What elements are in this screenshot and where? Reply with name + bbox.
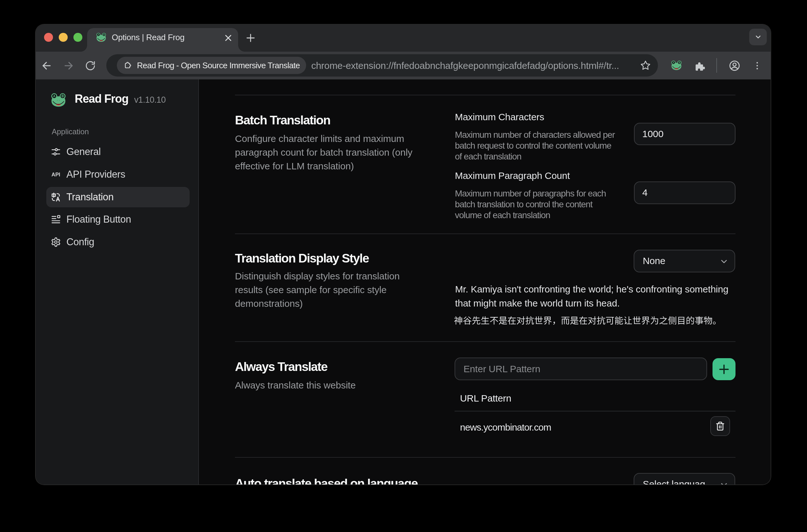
sidebar-item-label: Floating Button <box>67 209 131 230</box>
section-divider <box>235 95 735 95</box>
floating-button-image <box>51 214 61 225</box>
toolbar: Read Frog - Open Source Immersive Transl… <box>36 52 771 79</box>
zoom-window-button[interactable] <box>73 33 82 42</box>
section-divider <box>235 341 735 342</box>
plus-icon <box>246 34 255 42</box>
section-divider <box>235 457 735 458</box>
sidebar-item-api-providers[interactable]: API API Providers <box>46 164 190 185</box>
url-text: chrome-extension://fnfedoabnchafgkeeponm… <box>311 54 619 77</box>
max-characters-description: Maximum number of characters allowed per… <box>455 130 616 162</box>
reload-icon <box>85 60 96 71</box>
forward-button[interactable] <box>58 52 79 79</box>
tab-close-icon[interactable] <box>222 32 234 44</box>
chevron-down-icon <box>719 257 729 266</box>
sidebar-item-translation[interactable]: Translation <box>46 187 190 207</box>
back-button[interactable] <box>36 52 57 79</box>
batch-section-description: Configure character limits and maximum p… <box>235 132 421 173</box>
url-pattern-placeholder: Enter URL Pattern <box>463 364 540 374</box>
extension-name-chip[interactable]: Read Frog - Open Source Immersive Transl… <box>117 57 306 74</box>
frog-logo-icon <box>51 93 66 108</box>
always-translate-section-description: Always translate this website <box>235 378 421 392</box>
max-characters-input[interactable]: 1000 <box>634 123 735 146</box>
add-url-pattern-button[interactable] <box>713 358 735 380</box>
page-content: Read Frogv1.10.10 Application General AP… <box>36 79 771 484</box>
always-translate-section-title: Always Translate <box>235 360 327 374</box>
gear-icon <box>51 237 61 247</box>
new-tab-button[interactable] <box>244 32 257 44</box>
frog-favicon-image <box>96 33 106 43</box>
display-style-select[interactable]: None <box>634 250 735 272</box>
extensions-puzzle-icon[interactable] <box>693 52 705 79</box>
max-paragraph-input[interactable]: 4 <box>634 182 735 204</box>
url-pattern-table-header: URL Pattern <box>460 393 511 404</box>
sidebar-item-label: General <box>67 141 101 162</box>
tab-title: Options | Read Frog <box>112 25 184 49</box>
app-version: v1.10.10 <box>134 95 166 105</box>
floating-button-icon <box>51 214 61 225</box>
auto-translate-select[interactable]: Select languag <box>634 473 735 484</box>
toolbar-divider <box>716 58 717 73</box>
sliders-icon <box>51 147 61 157</box>
sidebar: Read Frogv1.10.10 Application General AP… <box>36 79 199 484</box>
auto-translate-placeholder: Select languag <box>643 479 705 484</box>
gear-image <box>51 237 61 247</box>
sidebar-item-label: Translation <box>67 187 114 207</box>
chevron-down-icon <box>719 480 729 484</box>
max-paragraph-label: Maximum Paragraph Count <box>455 170 570 181</box>
plus-icon <box>719 364 729 375</box>
sample-original-text: Mr. Kamiya isn't confronting the world; … <box>455 282 736 310</box>
menu-dots-icon[interactable] <box>751 52 763 79</box>
batch-section-title: Batch Translation <box>235 113 330 127</box>
sidebar-item-label: Config <box>67 232 94 252</box>
api-icon: API <box>51 169 61 179</box>
main-panel: Batch Translation Configure character li… <box>200 79 771 484</box>
frog-logo-image <box>51 93 66 108</box>
sidebar-item-general[interactable]: General <box>46 141 190 162</box>
chevron-down-icon <box>754 33 762 41</box>
sidebar-item-config[interactable]: Config <box>46 232 190 252</box>
star-icon <box>640 60 651 71</box>
translate-icon <box>51 192 61 202</box>
address-bar[interactable]: Read Frog - Open Source Immersive Transl… <box>106 54 658 77</box>
auto-translate-section-title: Auto translate based on language <box>235 476 418 484</box>
close-icon <box>225 35 232 41</box>
frog-extension-icon[interactable] <box>671 52 682 79</box>
close-window-button[interactable] <box>44 33 53 42</box>
browser-window: Options | Read Frog <box>36 24 771 484</box>
puzzle-icon <box>124 61 132 70</box>
sample-translated-text <box>454 316 721 325</box>
person-icon <box>729 60 740 72</box>
display-style-selected-value: None <box>643 255 665 266</box>
url-pattern-row-text: news.ycombinator.com <box>460 422 551 433</box>
max-paragraph-description: Maximum number of paragraphs for each ba… <box>455 188 616 221</box>
app-title-row: Read Frogv1.10.10 <box>75 91 166 107</box>
back-arrow-icon <box>40 60 53 72</box>
tab-strip: Options | Read Frog <box>36 24 771 52</box>
bookmark-star-icon[interactable] <box>640 60 651 71</box>
display-style-section-description: Distinguish display styles for translati… <box>235 269 421 310</box>
section-divider <box>235 233 735 234</box>
app-name: Read Frog <box>75 91 128 107</box>
screen: Options | Read Frog <box>0 0 807 532</box>
max-characters-label: Maximum Characters <box>455 112 544 122</box>
frog-favicon-icon <box>96 33 106 43</box>
url-pattern-input[interactable]: Enter URL Pattern <box>455 358 707 380</box>
display-style-section-title: Translation Display Style <box>235 251 369 265</box>
reload-button[interactable] <box>79 52 101 79</box>
frog-icon <box>671 60 682 71</box>
tab-options[interactable]: Options | Read Frog <box>87 28 238 52</box>
profile-icon[interactable] <box>729 52 740 79</box>
content-plane: Batch Translation Configure character li… <box>235 79 735 484</box>
translate-image <box>51 192 61 202</box>
sidebar-item-label: API Providers <box>67 164 125 185</box>
forward-arrow-icon <box>62 60 75 72</box>
puzzle-piece-icon <box>694 60 705 71</box>
sliders-image <box>51 147 61 157</box>
delete-url-pattern-button[interactable] <box>710 416 730 436</box>
sidebar-item-floating-button[interactable]: Floating Button <box>46 209 190 230</box>
vertical-dots-icon <box>752 61 762 71</box>
table-header-divider <box>455 411 735 412</box>
minimize-window-button[interactable] <box>59 33 68 42</box>
trash-icon <box>715 421 725 431</box>
tab-search-button[interactable] <box>749 29 767 45</box>
